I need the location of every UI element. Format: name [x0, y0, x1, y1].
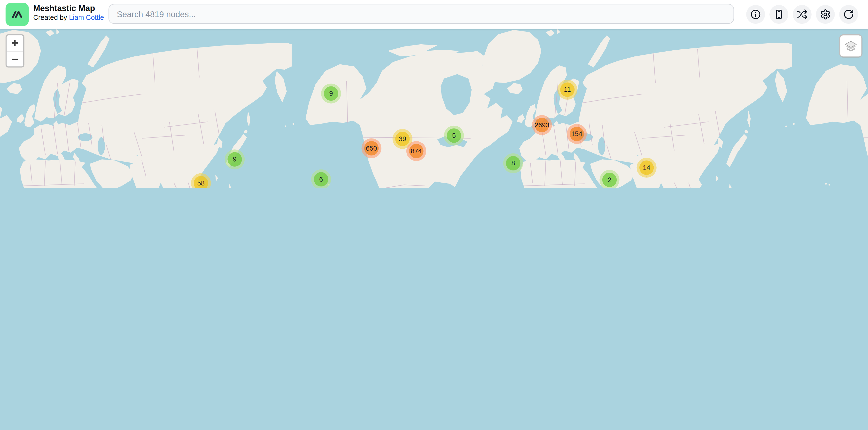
cluster-count: 154: [571, 130, 583, 138]
refresh-button[interactable]: [839, 5, 858, 24]
node-cluster[interactable]: 9: [321, 84, 341, 103]
cluster-count: 58: [197, 179, 205, 187]
title-block: Meshtastic Map Created by Liam Cottle: [33, 3, 104, 23]
cluster-count: 39: [399, 135, 406, 143]
meshtastic-logo-icon: [6, 3, 29, 26]
zoom-out-button[interactable]: −: [6, 51, 23, 66]
author-link[interactable]: Liam Cottle: [69, 14, 104, 22]
search-input[interactable]: [108, 4, 734, 24]
cluster-count: 2: [608, 176, 611, 184]
layers-icon: [843, 37, 859, 54]
node-cluster[interactable]: 9: [225, 150, 245, 169]
node-cluster[interactable]: 2: [599, 170, 619, 188]
cluster-count: 11: [564, 86, 571, 94]
info-button[interactable]: [746, 5, 765, 24]
node-cluster[interactable]: 14: [637, 158, 657, 177]
mobile-app-button[interactable]: [769, 5, 788, 24]
node-cluster[interactable]: 874: [406, 141, 426, 161]
shuffle-icon: [797, 9, 808, 20]
node-cluster[interactable]: 154: [567, 124, 587, 144]
refresh-icon: [843, 9, 854, 20]
zoom-in-button[interactable]: +: [6, 35, 23, 51]
page-title: Meshtastic Map: [33, 3, 104, 14]
cluster-count: 8: [511, 159, 515, 167]
node-cluster[interactable]: 650: [362, 138, 381, 158]
node-cluster[interactable]: 8: [503, 153, 523, 173]
cluster-count: 5: [452, 132, 456, 139]
top-bar: Meshtastic Map Created by Liam Cottle: [0, 0, 868, 29]
created-by-text: Created by: [33, 14, 67, 22]
layers-control[interactable]: [839, 34, 862, 58]
app: 911269315439565087498146258332168223 Mes…: [0, 0, 868, 188]
cluster-count: 2693: [534, 121, 549, 129]
settings-button[interactable]: [816, 5, 835, 24]
node-cluster[interactable]: 2693: [532, 115, 552, 135]
node-cluster[interactable]: 11: [558, 80, 578, 100]
node-cluster[interactable]: 5: [444, 126, 464, 145]
settings-gear-icon: [820, 9, 831, 20]
cluster-count: 874: [411, 147, 422, 155]
info-icon: [750, 9, 761, 20]
shuffle-button[interactable]: [793, 5, 812, 24]
smartphone-icon: [773, 9, 784, 20]
node-cluster[interactable]: 58: [191, 173, 211, 188]
zoom-control: + −: [6, 34, 25, 68]
subtitle: Created by Liam Cottle: [33, 14, 104, 23]
cluster-count: 14: [643, 164, 650, 172]
cluster-count: 9: [329, 90, 333, 97]
cluster-count: 9: [233, 156, 237, 163]
cluster-count: 6: [319, 175, 323, 183]
cluster-count: 650: [366, 144, 377, 152]
node-cluster[interactable]: 6: [311, 169, 331, 188]
